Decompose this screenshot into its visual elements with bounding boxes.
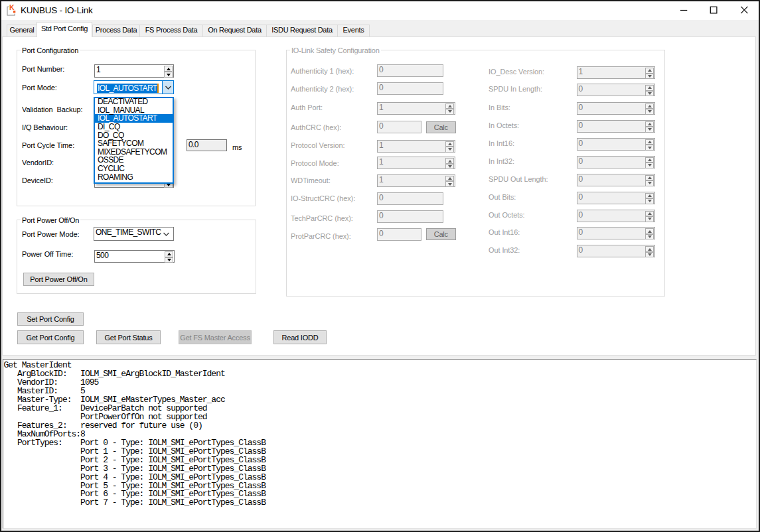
svg-text:K: K (9, 3, 15, 11)
